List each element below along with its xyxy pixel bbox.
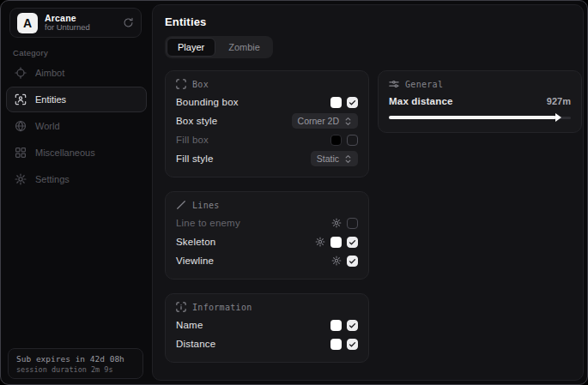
row-label: Fill box bbox=[176, 135, 330, 145]
color-swatch[interactable] bbox=[330, 339, 342, 350]
sidebar-item-settings[interactable]: Settings bbox=[6, 166, 147, 192]
box-card: Box Bounding box Box style bbox=[165, 70, 369, 177]
skeleton-row: Skeleton bbox=[176, 232, 358, 251]
dropdown-value: Static bbox=[317, 153, 339, 164]
row-settings-gear-icon[interactable] bbox=[331, 218, 342, 228]
dropdown-value: Corner 2D bbox=[298, 116, 339, 126]
sidebar-item-aimbot[interactable]: Aimbot bbox=[6, 60, 147, 86]
main-panel: Entities Player Zombie Box bbox=[152, 4, 584, 381]
category-label: Category bbox=[13, 48, 48, 57]
subscription-status-box: Sub expires in 42d 08h session duration … bbox=[8, 348, 143, 379]
row-label: Viewline bbox=[176, 256, 331, 266]
max-distance-value: 927m bbox=[547, 96, 571, 106]
color-swatch[interactable] bbox=[330, 97, 342, 108]
crosshair-icon bbox=[15, 67, 27, 79]
chevrons-up-down-icon bbox=[344, 154, 352, 164]
color-swatch[interactable] bbox=[330, 135, 342, 146]
fill-style-dropdown[interactable]: Static bbox=[311, 151, 358, 166]
box-brackets-icon bbox=[176, 79, 186, 89]
card-title: Lines bbox=[192, 201, 220, 210]
lines-card: Lines Line to enemy bbox=[165, 191, 369, 280]
chevrons-up-down-icon bbox=[344, 117, 352, 126]
sidebar-item-label: Entities bbox=[35, 94, 66, 105]
sidebar-item-miscellaneous[interactable]: Miscellaneous bbox=[6, 140, 147, 165]
viewline-checkbox[interactable] bbox=[347, 256, 358, 267]
line-to-enemy-row: Line to enemy bbox=[176, 214, 358, 232]
card-title: General bbox=[405, 80, 443, 89]
fill-style-row: Fill style Static bbox=[176, 149, 358, 168]
row-label: Box style bbox=[176, 116, 292, 126]
fill-box-checkbox[interactable] bbox=[347, 135, 358, 146]
grid-icon bbox=[15, 147, 27, 159]
max-distance-slider[interactable] bbox=[389, 111, 571, 123]
row-settings-gear-icon[interactable] bbox=[315, 237, 325, 247]
sidebar-nav: Aimbot Entities bbox=[6, 60, 147, 193]
max-distance-fill bbox=[389, 116, 556, 119]
line-to-enemy-checkbox[interactable] bbox=[347, 218, 358, 229]
name-checkbox[interactable] bbox=[347, 320, 358, 331]
sub-expires-text: Sub expires in 42d 08h bbox=[16, 354, 135, 364]
refresh-icon[interactable] bbox=[123, 17, 134, 28]
distance-checkbox[interactable] bbox=[347, 339, 358, 350]
arcane-window: A Arcane for Unturned Category bbox=[0, 0, 588, 385]
bounding-box-row: Bounding box bbox=[176, 93, 358, 111]
session-duration-text: session duration 2m 9s bbox=[16, 365, 135, 374]
page-title: Entities bbox=[165, 15, 571, 28]
row-label: Bounding box bbox=[176, 97, 330, 107]
scan-person-icon bbox=[15, 93, 27, 105]
logo-text: Arcane for Unturned bbox=[45, 13, 116, 33]
distance-row: Distance bbox=[176, 334, 358, 353]
app-subtitle: for Unturned bbox=[45, 23, 116, 33]
info-brackets-icon bbox=[176, 302, 186, 312]
sidebar-item-label: Miscellaneous bbox=[35, 147, 95, 158]
gear-icon bbox=[15, 173, 27, 185]
row-label: Skeleton bbox=[176, 237, 315, 247]
tab-zombie[interactable]: Zombie bbox=[217, 38, 271, 57]
max-distance-label: Max distance bbox=[389, 96, 547, 106]
row-settings-gear-icon[interactable] bbox=[331, 256, 342, 266]
skeleton-checkbox[interactable] bbox=[347, 237, 358, 248]
tab-player[interactable]: Player bbox=[167, 38, 215, 57]
information-card: Information Name Distance bbox=[165, 293, 369, 363]
card-title: Box bbox=[192, 80, 209, 89]
entity-tabs: Player Zombie bbox=[165, 36, 273, 58]
sidebar-item-entities[interactable]: Entities bbox=[6, 87, 147, 112]
row-label: Distance bbox=[176, 339, 330, 349]
general-card: General Max distance 927m bbox=[378, 70, 582, 133]
sidebar-item-label: World bbox=[35, 121, 60, 131]
color-swatch[interactable] bbox=[330, 320, 342, 331]
sidebar-item-label: Settings bbox=[35, 174, 70, 184]
logo-card: A Arcane for Unturned bbox=[9, 8, 142, 38]
app-logo-avatar: A bbox=[17, 13, 38, 33]
box-style-dropdown[interactable]: Corner 2D bbox=[292, 113, 358, 129]
diagonal-line-icon bbox=[176, 200, 186, 210]
max-distance-row: Max distance 927m bbox=[389, 93, 571, 110]
sidebar-item-label: Aimbot bbox=[35, 68, 64, 78]
card-title: Information bbox=[192, 303, 252, 312]
sidebar: A Arcane for Unturned Category bbox=[1, 1, 152, 384]
sidebar-item-world[interactable]: World bbox=[6, 113, 147, 139]
globe-icon bbox=[15, 120, 27, 132]
sliders-icon bbox=[389, 79, 399, 89]
row-label: Fill style bbox=[176, 153, 311, 164]
viewline-row: Viewline bbox=[176, 251, 358, 270]
row-label: Name bbox=[176, 320, 330, 330]
name-row: Name bbox=[176, 316, 358, 334]
row-label: Line to enemy bbox=[176, 218, 331, 228]
box-style-row: Box style Corner 2D bbox=[176, 111, 358, 130]
bounding-box-checkbox[interactable] bbox=[347, 97, 358, 108]
slider-thumb[interactable] bbox=[555, 113, 561, 122]
color-swatch[interactable] bbox=[330, 237, 342, 248]
fill-box-row: Fill box bbox=[176, 130, 358, 149]
